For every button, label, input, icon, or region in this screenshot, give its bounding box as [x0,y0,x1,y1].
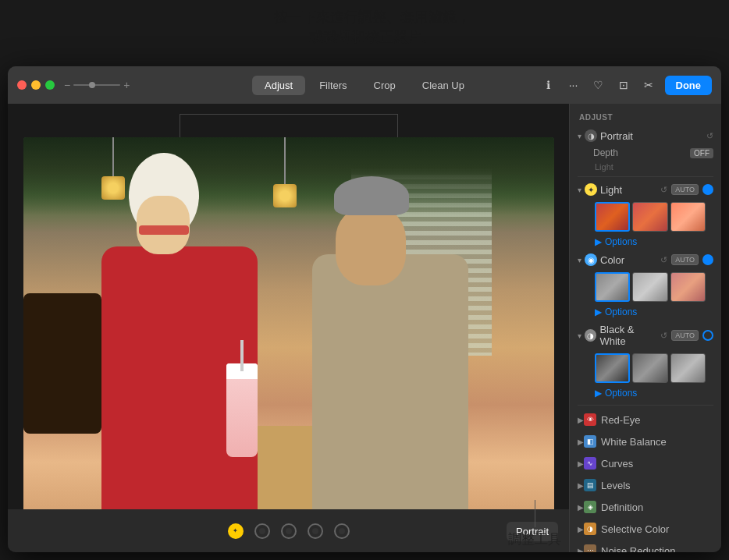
bw-thumb-2[interactable] [632,353,667,383]
levels-section[interactable]: ▶ ▤ Levels [570,474,721,496]
portrait-section: ▾ ◑ Portrait ↺ Depth OFF Light [570,126,721,173]
booth-left [23,293,101,434]
curves-label: Curves [601,458,633,470]
tab-cleanup[interactable]: Clean Up [410,76,477,95]
color-chevron-icon: ▾ [578,256,581,264]
color-thumb-2[interactable] [632,272,667,302]
noise-chevron-icon: ▶ [578,547,584,553]
color-undo-icon[interactable]: ↺ [660,255,667,265]
annotation-text: 調整工具 [508,530,561,548]
color-label: Color [600,254,624,266]
portrait-undo-icon[interactable]: ↺ [706,131,713,141]
light-sublabel: Light [578,161,713,173]
adjust-panel: ADJUST ▾ ◑ Portrait ↺ Depth OFF L [569,104,721,552]
red-eye-section[interactable]: ▶ 👁 Red-Eye [570,409,721,431]
tab-filters[interactable]: Filters [307,76,359,95]
color-thumb-1[interactable] [595,272,630,302]
fullscreen-button[interactable] [45,80,55,90]
filmstrip-dot-3[interactable] [281,523,297,539]
bw-undo-icon[interactable]: ↺ [660,331,667,341]
bw-thumb-1[interactable] [595,353,630,383]
bw-toggle[interactable] [702,330,713,341]
portrait-chevron-icon: ▾ [578,132,581,140]
annotation-line [535,500,535,527]
noise-reduction-section[interactable]: ▶ ⋯ Noise Reduction [570,540,721,552]
selective-chevron-icon: ▶ [578,525,584,533]
main-content: ✦ Portrait ADJUST ▾ ◑ Portrait [8,104,721,552]
curves-section[interactable]: ▶ ∿ Curves [570,452,721,474]
filmstrip-dot-2[interactable] [254,523,270,539]
depth-value: OFF [690,148,713,158]
light-icon: ✦ [585,183,597,196]
light-options[interactable]: ▶ Options [578,235,713,250]
share-icon[interactable]: ⊡ [615,76,632,94]
color-toggle[interactable] [702,254,713,265]
light-section: ▾ ✦ Light ↺ AUTO ▶ [570,180,721,250]
tab-adjust[interactable]: Adjust [252,76,305,95]
bw-options[interactable]: ▶ Options [578,386,713,402]
wb-chevron-icon: ▶ [578,438,584,446]
light-thumb-1[interactable] [595,202,630,232]
zoom-minus-icon: − [64,79,70,91]
light-chevron-icon: ▾ [578,186,581,194]
zoom-handle[interactable] [89,82,95,88]
tooltip-line1: 按一下來進行調整、套用濾鏡， [156,8,589,27]
portrait-header: ▾ ◑ Portrait [578,129,633,142]
filmstrip-dot-5[interactable] [334,523,350,539]
bw-actions: ↺ AUTO [660,330,713,341]
tab-crop[interactable]: Crop [361,76,408,95]
light-toggle[interactable] [702,184,713,195]
hanging-light-left [101,137,125,200]
zoom-plus-icon: + [123,79,130,91]
favorite-icon[interactable]: ♡ [590,76,607,94]
light-label: Light [600,184,622,196]
light-undo-icon[interactable]: ↺ [660,185,667,195]
more-icon[interactable]: ··· [565,76,582,94]
bw-header: ▾ ◑ Black & White [578,324,660,347]
definition-label: Definition [601,502,643,513]
light-thumb-2[interactable] [632,202,667,232]
bw-thumb-3[interactable] [670,353,706,383]
color-thumbnails [578,269,713,305]
done-button[interactable]: Done [665,76,713,95]
red-eye-label: Red-Eye [601,414,641,426]
info-icon[interactable]: ℹ [540,76,557,94]
bottom-annotation-area: 調整工具 [508,500,561,548]
color-actions: ↺ AUTO [660,254,713,265]
close-button[interactable] [17,80,27,90]
selective-icon: ◑ [584,523,596,535]
noise-icon: ⋯ [584,544,596,552]
noise-label: Noise Reduction [601,545,675,553]
selective-label: Selective Color [601,523,669,535]
color-options[interactable]: ▶ Options [578,305,713,321]
filmstrip: ✦ Portrait [8,509,569,552]
definition-section[interactable]: ▶ ◈ Definition [570,496,721,518]
filmstrip-dot-4[interactable] [308,523,323,539]
color-auto-badge[interactable]: AUTO [671,254,699,265]
photo-background [23,137,554,519]
color-section: ▾ ◉ Color ↺ AUTO ▶ [570,250,721,321]
red-eye-chevron-icon: ▶ [578,416,584,424]
selective-color-section[interactable]: ▶ ◑ Selective Color [570,518,721,540]
color-thumb-3[interactable] [670,272,706,302]
filmstrip-dot-1[interactable]: ✦ [228,523,244,539]
levels-label: Levels [601,480,631,491]
edit-icon[interactable]: ✂ [640,76,657,94]
traffic-lights [17,80,55,90]
minimize-button[interactable] [31,80,41,90]
color-header: ▾ ◉ Color [578,253,624,266]
curves-chevron-icon: ▶ [578,459,584,468]
color-header-row: ▾ ◉ Color ↺ AUTO [578,250,713,269]
white-balance-section[interactable]: ▶ ◧ White Balance [570,431,721,452]
photo-area: ✦ Portrait [8,104,569,552]
bw-auto-badge[interactable]: AUTO [671,330,699,341]
tooltip-line2: 或裁切和校正照片。 [156,27,589,47]
bw-label: Black & White [599,324,660,347]
zoom-slider: − + [64,79,130,91]
levels-icon: ▤ [584,479,596,491]
zoom-track[interactable] [73,84,120,86]
divider-2 [578,405,713,406]
light-thumb-3[interactable] [670,202,706,232]
tooltip: 按一下來進行調整、套用濾鏡， 或裁切和校正照片。 [156,8,589,47]
light-auto-badge[interactable]: AUTO [671,184,699,195]
